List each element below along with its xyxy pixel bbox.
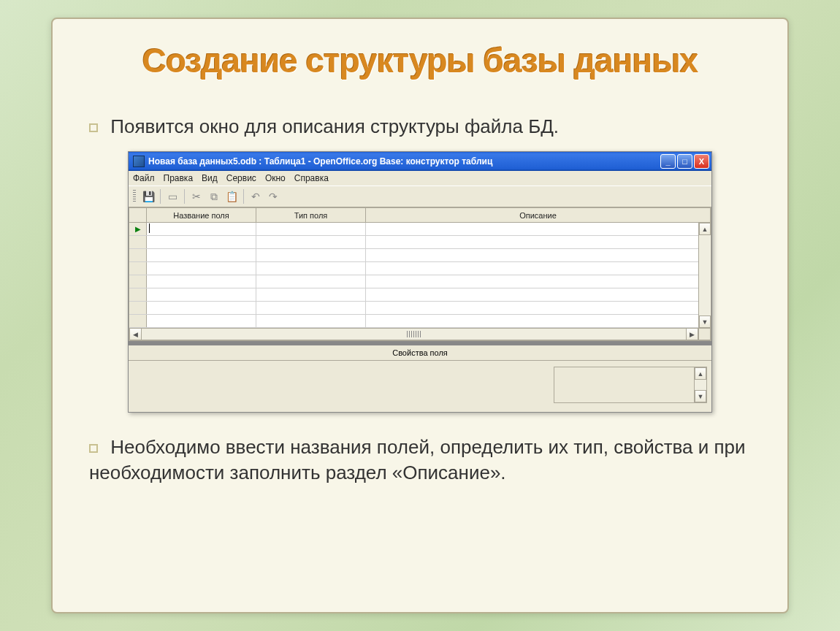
menu-view[interactable]: Вид (202, 173, 218, 183)
column-header-name[interactable]: Название поля (147, 208, 256, 222)
vertical-scrollbar[interactable]: ▲ ▼ (694, 367, 706, 402)
scroll-grip-icon[interactable] (407, 331, 421, 337)
titlebar[interactable]: Новая база данных5.odb : Таблица1 - Open… (129, 152, 711, 171)
row-selector[interactable] (129, 236, 147, 248)
cell-name[interactable] (147, 275, 256, 288)
table-row[interactable] (129, 236, 711, 249)
cell-desc[interactable] (366, 262, 711, 275)
cell-type[interactable] (256, 223, 366, 235)
cell-desc[interactable] (366, 315, 711, 327)
cell-type[interactable] (256, 275, 366, 288)
window-controls: _ □ X (660, 154, 709, 169)
save-icon[interactable]: 💾 (141, 189, 156, 204)
cell-name[interactable] (147, 288, 256, 301)
text-cursor-icon (149, 223, 150, 233)
cell-desc[interactable] (366, 288, 711, 301)
cell-type[interactable] (256, 236, 366, 248)
titlebar-text: Новая база данных5.odb : Таблица1 - Open… (148, 156, 660, 167)
table-row[interactable] (129, 262, 711, 275)
row-selector[interactable] (129, 249, 147, 261)
vertical-scrollbar[interactable]: ▲ ▼ (698, 223, 711, 328)
scroll-up-icon[interactable]: ▲ (695, 367, 706, 380)
table-design-area: Название поля Тип поля Описание ▶ (129, 207, 711, 341)
app-window: Новая база данных5.odb : Таблица1 - Open… (128, 151, 712, 413)
menu-tools[interactable]: Сервис (226, 173, 256, 183)
row-selector[interactable] (129, 288, 147, 301)
slide-frame: Создание структуры базы данных Появится … (51, 18, 789, 613)
scroll-track[interactable] (142, 328, 686, 340)
menu-edit[interactable]: Правка (164, 173, 194, 183)
cell-desc[interactable] (366, 302, 711, 314)
scroll-up-icon[interactable]: ▲ (699, 223, 711, 235)
scroll-down-icon[interactable]: ▼ (695, 390, 706, 402)
cell-name[interactable] (147, 249, 256, 261)
scroll-left-icon[interactable]: ◀ (129, 328, 142, 340)
column-header-desc[interactable]: Описание (366, 208, 711, 222)
menu-window[interactable]: Окно (265, 173, 286, 183)
cell-desc[interactable] (366, 275, 711, 288)
cell-name[interactable] (147, 315, 256, 327)
scroll-down-icon[interactable]: ▼ (699, 316, 711, 328)
cell-desc[interactable] (366, 249, 711, 261)
bullet-icon (89, 123, 98, 132)
outro-paragraph: Необходимо ввести названия полей, опреде… (89, 435, 751, 486)
menu-file[interactable]: Файл (133, 173, 155, 183)
separator-icon (160, 189, 161, 204)
menu-help[interactable]: Справка (294, 173, 329, 183)
table-row[interactable] (129, 249, 711, 262)
toolbar: 💾 ▭ ✂ ⧉ 📋 ↶ ↷ (129, 186, 711, 207)
app-icon (133, 156, 145, 167)
edit-icon[interactable]: ▭ (165, 189, 180, 204)
close-button[interactable]: X (694, 154, 709, 169)
table-row[interactable] (129, 315, 711, 328)
row-selector[interactable] (129, 262, 147, 275)
cell-type[interactable] (256, 249, 366, 261)
table-header-row: Название поля Тип поля Описание (129, 208, 711, 223)
column-header-type[interactable]: Тип поля (256, 208, 366, 222)
toolbar-grip-icon[interactable] (133, 190, 136, 203)
undo-icon[interactable]: ↶ (248, 189, 263, 204)
properties-help-box: ▲ ▼ (554, 367, 707, 403)
scrollbar-corner (698, 328, 711, 340)
cell-name[interactable] (147, 223, 256, 235)
table-row[interactable] (129, 275, 711, 288)
scroll-track[interactable] (699, 235, 711, 316)
cell-type[interactable] (256, 262, 366, 275)
properties-body: ▲ ▼ (129, 361, 711, 412)
intro-text: Появится окно для описания структуры фай… (110, 115, 559, 137)
maximize-button[interactable]: □ (677, 154, 692, 169)
cell-type[interactable] (256, 315, 366, 327)
separator-icon (184, 189, 185, 204)
cell-type[interactable] (256, 288, 366, 301)
minimize-button[interactable]: _ (660, 154, 676, 169)
table-row[interactable] (129, 302, 711, 315)
copy-icon[interactable]: ⧉ (207, 189, 221, 204)
row-selector[interactable] (129, 275, 147, 288)
bullet-icon (89, 444, 98, 453)
cell-name[interactable] (147, 262, 256, 275)
cell-type[interactable] (256, 302, 366, 314)
cell-name[interactable] (147, 302, 256, 314)
cell-desc[interactable] (366, 236, 711, 248)
redo-icon[interactable]: ↷ (266, 189, 280, 204)
cell-desc[interactable] (366, 223, 711, 235)
row-selector[interactable] (129, 302, 147, 314)
separator-icon (243, 189, 244, 204)
row-selector-header[interactable] (129, 208, 147, 222)
paste-icon[interactable]: 📋 (224, 189, 239, 204)
table-row[interactable]: ▶ (129, 223, 711, 236)
row-selector[interactable]: ▶ (129, 223, 147, 235)
menubar: Файл Правка Вид Сервис Окно Справка (129, 171, 711, 186)
properties-title: Свойства поля (129, 345, 711, 361)
scroll-track[interactable] (695, 380, 706, 390)
field-properties-pane: Свойства поля ▲ ▼ (129, 345, 711, 412)
table-body[interactable]: ▶ ▲ ▼ (129, 223, 711, 328)
cut-icon[interactable]: ✂ (189, 189, 204, 204)
row-selector[interactable] (129, 315, 147, 327)
horizontal-scrollbar[interactable]: ◀ ▶ (129, 328, 711, 340)
table-row[interactable] (129, 288, 711, 302)
cell-name[interactable] (147, 236, 256, 248)
intro-paragraph: Появится окно для описания структуры фай… (89, 115, 751, 138)
scroll-right-icon[interactable]: ▶ (686, 328, 698, 340)
outro-text: Необходимо ввести названия полей, опреде… (89, 436, 746, 483)
